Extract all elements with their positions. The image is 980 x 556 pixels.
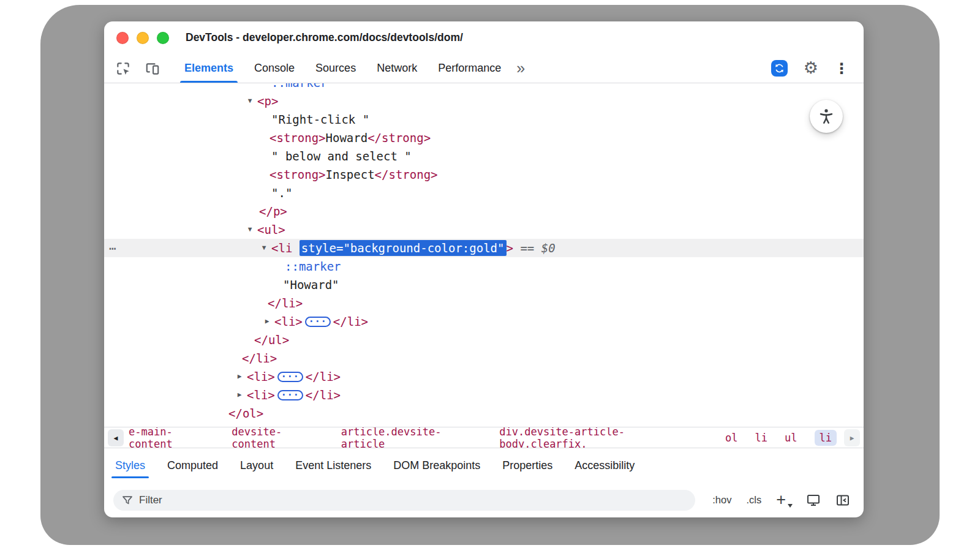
breadcrumb-item[interactable]: div.devsite-article-body.clearfix. xyxy=(499,427,708,448)
breadcrumb-item[interactable]: article.devsite-article xyxy=(341,427,483,448)
dom-token-tag: </li> xyxy=(306,388,341,402)
dom-token-tag: </strong> xyxy=(375,168,438,181)
breadcrumb-item[interactable]: ul xyxy=(785,432,797,444)
toolbar-right-group: ⚙ ⋮ xyxy=(771,60,853,77)
panel-tab-event-listeners[interactable]: Event Listeners xyxy=(284,448,382,483)
expand-children-ellipsis-button[interactable]: ··· xyxy=(277,390,303,400)
dom-tree-row[interactable]: </ol> xyxy=(104,404,864,423)
tab-performance[interactable]: Performance xyxy=(428,54,511,83)
dom-tree-row[interactable]: " below and select " xyxy=(104,147,864,165)
dom-token-tag: </strong> xyxy=(368,131,431,145)
tab-console[interactable]: Console xyxy=(244,54,305,83)
row-more-actions-icon[interactable]: ⋯ xyxy=(109,239,116,257)
panel-tab-dom-breakpoints[interactable]: DOM Breakpoints xyxy=(382,448,491,483)
device-toolbar-icon[interactable] xyxy=(145,61,160,77)
expand-arrow-icon[interactable]: ▶ xyxy=(235,367,244,386)
element-classes-button[interactable]: .cls xyxy=(746,494,761,506)
dom-token-pseudo: ::marker xyxy=(271,83,328,89)
zoom-window-button[interactable] xyxy=(157,32,169,44)
devtools-tabs: ElementsConsoleSourcesNetworkPerformance xyxy=(174,54,511,83)
dom-row-content: </li> xyxy=(104,294,303,312)
kebab-menu-icon[interactable]: ⋮ xyxy=(834,61,849,76)
collapse-arrow-icon[interactable]: ▼ xyxy=(245,92,255,110)
dom-row-content: <li style="background-color:gold"> == $0 xyxy=(104,239,556,257)
dom-token-text: Howard xyxy=(326,131,368,145)
expand-arrow-icon[interactable]: ▶ xyxy=(262,312,272,331)
dom-tree: ::marker▼<p>"Right-click "<strong>Howard… xyxy=(104,83,864,427)
panel-tab-layout[interactable]: Layout xyxy=(229,448,284,483)
dom-token-tag: </li> xyxy=(242,351,277,365)
tab-network[interactable]: Network xyxy=(366,54,428,83)
dom-tree-row[interactable]: </li> xyxy=(104,294,864,312)
dom-tree-row[interactable]: ::marker xyxy=(104,83,864,92)
panel-tab-accessibility[interactable]: Accessibility xyxy=(564,448,646,483)
inspect-element-icon[interactable] xyxy=(115,61,131,77)
dom-token-tag: <li> xyxy=(274,315,303,328)
dom-row-content: " below and select " xyxy=(104,147,412,165)
filter-input[interactable] xyxy=(139,494,687,506)
dom-row-content: </p> xyxy=(104,202,287,220)
dom-tree-row[interactable]: <strong>Inspect</strong> xyxy=(104,165,864,184)
dom-tree-row[interactable]: </ul> xyxy=(104,331,864,349)
close-window-button[interactable] xyxy=(116,32,129,44)
dom-row-content: "Right-click " xyxy=(104,110,369,129)
dom-tree-row[interactable]: ⋯▼<li style="background-color:gold"> == … xyxy=(104,239,864,257)
dom-tree-row[interactable]: ::marker xyxy=(104,257,864,276)
tab-elements[interactable]: Elements xyxy=(174,54,244,83)
dom-tree-row[interactable]: </li> xyxy=(104,349,864,367)
more-tabs-icon[interactable]: » xyxy=(516,61,525,76)
dom-token-tag: </li> xyxy=(268,296,303,310)
dom-row-content: <ul> xyxy=(104,220,285,239)
dom-tree-row[interactable]: "." xyxy=(104,184,864,202)
settings-gear-icon[interactable]: ⚙ xyxy=(804,60,818,77)
minimize-window-button[interactable] xyxy=(137,32,149,44)
expand-children-ellipsis-button[interactable]: ··· xyxy=(305,317,331,327)
filter-funnel-icon xyxy=(121,494,134,506)
rendering-emulation-icon[interactable] xyxy=(806,493,821,508)
panel-tab-computed[interactable]: Computed xyxy=(156,448,229,483)
dom-tree-row[interactable]: <strong>Howard</strong> xyxy=(104,129,864,147)
selected-style-attribute[interactable]: style="background-color:gold" xyxy=(300,240,507,256)
collapse-arrow-icon[interactable]: ▼ xyxy=(259,239,269,257)
accessibility-button[interactable] xyxy=(810,100,843,133)
accessibility-person-icon xyxy=(817,107,835,126)
dom-row-content: </li> xyxy=(104,349,277,367)
dom-tree-row[interactable]: ▼<p> xyxy=(104,92,864,110)
styles-toolbar-buttons: :hov .cls + xyxy=(712,492,850,508)
dom-token-tag: > xyxy=(507,241,513,255)
sync-icon[interactable] xyxy=(771,60,788,77)
dom-tree-row[interactable]: "Howard" xyxy=(104,276,864,294)
dom-row-content: <strong>Inspect</strong> xyxy=(104,165,438,184)
dom-tree-row[interactable]: ▶<li>···</li> xyxy=(104,386,864,404)
breadcrumb-item[interactable]: e-main-content xyxy=(129,427,214,448)
breadcrumb-item[interactable]: li xyxy=(815,430,837,446)
devtools-window: DevTools - developer.chrome.com/docs/dev… xyxy=(104,21,864,517)
panel-tab-properties[interactable]: Properties xyxy=(491,448,564,483)
devtools-toolbar: ElementsConsoleSourcesNetworkPerformance… xyxy=(104,54,864,83)
dom-token-eq: == xyxy=(513,241,541,255)
dom-tree-row[interactable]: "Right-click " xyxy=(104,110,864,129)
expand-arrow-icon[interactable]: ▶ xyxy=(235,386,244,404)
dom-tree-row[interactable]: ▶<li>···</li> xyxy=(104,312,864,331)
toggle-element-state-button[interactable]: :hov xyxy=(712,494,731,506)
breadcrumb-item[interactable]: li xyxy=(755,432,767,444)
dom-token-text: "Howard" xyxy=(283,278,339,291)
breadcrumb-scroll-right-icon[interactable]: ▶ xyxy=(844,429,860,446)
dom-token-tag: <p> xyxy=(257,94,278,108)
expand-children-ellipsis-button[interactable]: ··· xyxy=(277,372,303,382)
dom-token-tag: <li> xyxy=(247,370,275,383)
panel-tab-styles[interactable]: Styles xyxy=(104,448,156,483)
dom-tree-row[interactable]: </p> xyxy=(104,202,864,220)
dom-token-tag: </ol> xyxy=(228,407,263,420)
dom-tree-row[interactable]: ▶<li>···</li> xyxy=(104,367,864,386)
toggle-sidebar-icon[interactable] xyxy=(835,493,850,508)
breadcrumb-item[interactable]: devsite-content xyxy=(232,427,323,448)
dom-token-tag: <strong> xyxy=(270,131,326,145)
style-filter-field[interactable] xyxy=(113,490,695,511)
breadcrumb-item[interactable]: ol xyxy=(725,432,737,444)
dom-tree-row[interactable]: ▼<ul> xyxy=(104,220,864,239)
tab-sources[interactable]: Sources xyxy=(305,54,366,83)
breadcrumb-scroll-left-icon[interactable]: ◀ xyxy=(108,429,124,446)
new-style-rule-button[interactable]: + xyxy=(776,492,791,508)
collapse-arrow-icon[interactable]: ▼ xyxy=(245,220,255,239)
